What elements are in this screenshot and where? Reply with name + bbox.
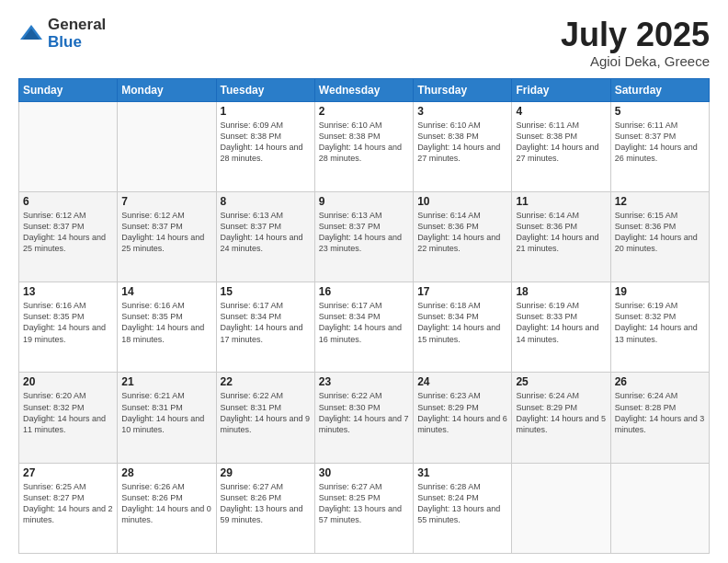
table-row: 6Sunrise: 6:12 AM Sunset: 8:37 PM Daylig… xyxy=(19,191,118,282)
col-monday: Monday xyxy=(118,78,216,101)
day-number: 1 xyxy=(221,105,311,118)
table-row: 9Sunrise: 6:13 AM Sunset: 8:37 PM Daylig… xyxy=(314,191,413,282)
table-row: 3Sunrise: 6:10 AM Sunset: 8:38 PM Daylig… xyxy=(414,101,512,191)
cell-info: Sunrise: 6:11 AM Sunset: 8:38 PM Dayligh… xyxy=(516,120,606,165)
table-row: 31Sunrise: 6:28 AM Sunset: 8:24 PM Dayli… xyxy=(414,463,512,553)
cell-info: Sunrise: 6:19 AM Sunset: 8:32 PM Dayligh… xyxy=(615,300,705,345)
day-number: 23 xyxy=(319,375,409,388)
day-number: 17 xyxy=(417,285,507,298)
cell-info: Sunrise: 6:22 AM Sunset: 8:31 PM Dayligh… xyxy=(221,390,311,435)
col-sunday: Sunday xyxy=(19,78,118,101)
cell-info: Sunrise: 6:24 AM Sunset: 8:29 PM Dayligh… xyxy=(516,390,606,435)
day-number: 11 xyxy=(516,195,606,208)
table-row xyxy=(19,101,118,191)
table-row: 17Sunrise: 6:18 AM Sunset: 8:34 PM Dayli… xyxy=(414,282,512,373)
cell-info: Sunrise: 6:15 AM Sunset: 8:36 PM Dayligh… xyxy=(615,210,705,255)
cell-info: Sunrise: 6:13 AM Sunset: 8:37 PM Dayligh… xyxy=(221,210,311,255)
calendar-header-row: Sunday Monday Tuesday Wednesday Thursday… xyxy=(19,78,710,101)
cell-info: Sunrise: 6:21 AM Sunset: 8:31 PM Dayligh… xyxy=(121,390,211,435)
table-row: 8Sunrise: 6:13 AM Sunset: 8:37 PM Daylig… xyxy=(216,191,314,282)
day-number: 10 xyxy=(417,195,507,208)
title-month: July 2025 xyxy=(561,17,710,53)
header: General Blue July 2025 Agioi Deka, Greec… xyxy=(18,17,710,69)
table-row: 15Sunrise: 6:17 AM Sunset: 8:34 PM Dayli… xyxy=(216,282,314,373)
logo-general: General xyxy=(48,17,106,34)
table-row: 28Sunrise: 6:26 AM Sunset: 8:26 PM Dayli… xyxy=(118,463,216,553)
cell-info: Sunrise: 6:27 AM Sunset: 8:26 PM Dayligh… xyxy=(221,481,311,526)
cell-info: Sunrise: 6:26 AM Sunset: 8:26 PM Dayligh… xyxy=(121,481,211,526)
table-row: 21Sunrise: 6:21 AM Sunset: 8:31 PM Dayli… xyxy=(118,373,216,463)
calendar-week-row: 1Sunrise: 6:09 AM Sunset: 8:38 PM Daylig… xyxy=(19,101,710,191)
calendar-week-row: 13Sunrise: 6:16 AM Sunset: 8:35 PM Dayli… xyxy=(19,282,710,373)
cell-info: Sunrise: 6:20 AM Sunset: 8:32 PM Dayligh… xyxy=(23,390,113,435)
title-block: July 2025 Agioi Deka, Greece xyxy=(561,17,710,69)
table-row: 18Sunrise: 6:19 AM Sunset: 8:33 PM Dayli… xyxy=(512,282,610,373)
day-number: 9 xyxy=(319,195,409,208)
day-number: 6 xyxy=(23,195,113,208)
cell-info: Sunrise: 6:16 AM Sunset: 8:35 PM Dayligh… xyxy=(121,300,211,345)
cell-info: Sunrise: 6:17 AM Sunset: 8:34 PM Dayligh… xyxy=(319,300,409,345)
table-row: 13Sunrise: 6:16 AM Sunset: 8:35 PM Dayli… xyxy=(19,282,118,373)
col-wednesday: Wednesday xyxy=(314,78,413,101)
cell-info: Sunrise: 6:10 AM Sunset: 8:38 PM Dayligh… xyxy=(417,120,507,165)
day-number: 30 xyxy=(319,466,409,479)
day-number: 3 xyxy=(417,105,507,118)
cell-info: Sunrise: 6:12 AM Sunset: 8:37 PM Dayligh… xyxy=(121,210,211,255)
table-row: 27Sunrise: 6:25 AM Sunset: 8:27 PM Dayli… xyxy=(19,463,118,553)
logo-text: General Blue xyxy=(48,17,106,51)
day-number: 12 xyxy=(615,195,705,208)
cell-info: Sunrise: 6:28 AM Sunset: 8:24 PM Dayligh… xyxy=(417,481,507,526)
day-number: 14 xyxy=(121,285,211,298)
table-row: 30Sunrise: 6:27 AM Sunset: 8:25 PM Dayli… xyxy=(314,463,413,553)
cell-info: Sunrise: 6:09 AM Sunset: 8:38 PM Dayligh… xyxy=(221,120,311,165)
day-number: 22 xyxy=(221,375,311,388)
table-row: 23Sunrise: 6:22 AM Sunset: 8:30 PM Dayli… xyxy=(314,373,413,463)
calendar-week-row: 6Sunrise: 6:12 AM Sunset: 8:37 PM Daylig… xyxy=(19,191,710,282)
cell-info: Sunrise: 6:27 AM Sunset: 8:25 PM Dayligh… xyxy=(319,481,409,526)
table-row: 14Sunrise: 6:16 AM Sunset: 8:35 PM Dayli… xyxy=(118,282,216,373)
cell-info: Sunrise: 6:13 AM Sunset: 8:37 PM Dayligh… xyxy=(319,210,409,255)
logo: General Blue xyxy=(18,17,106,51)
day-number: 29 xyxy=(221,466,311,479)
table-row: 22Sunrise: 6:22 AM Sunset: 8:31 PM Dayli… xyxy=(216,373,314,463)
logo-icon xyxy=(18,21,44,47)
calendar-table: Sunday Monday Tuesday Wednesday Thursday… xyxy=(18,78,710,554)
table-row: 25Sunrise: 6:24 AM Sunset: 8:29 PM Dayli… xyxy=(512,373,610,463)
day-number: 20 xyxy=(23,375,113,388)
cell-info: Sunrise: 6:24 AM Sunset: 8:28 PM Dayligh… xyxy=(615,390,705,435)
cell-info: Sunrise: 6:16 AM Sunset: 8:35 PM Dayligh… xyxy=(23,300,113,345)
col-tuesday: Tuesday xyxy=(216,78,314,101)
cell-info: Sunrise: 6:25 AM Sunset: 8:27 PM Dayligh… xyxy=(23,481,113,526)
table-row: 29Sunrise: 6:27 AM Sunset: 8:26 PM Dayli… xyxy=(216,463,314,553)
cell-info: Sunrise: 6:10 AM Sunset: 8:38 PM Dayligh… xyxy=(319,120,409,165)
cell-info: Sunrise: 6:11 AM Sunset: 8:37 PM Dayligh… xyxy=(615,120,705,165)
table-row xyxy=(512,463,610,553)
table-row: 7Sunrise: 6:12 AM Sunset: 8:37 PM Daylig… xyxy=(118,191,216,282)
cell-info: Sunrise: 6:19 AM Sunset: 8:33 PM Dayligh… xyxy=(516,300,606,345)
page: General Blue July 2025 Agioi Deka, Greec… xyxy=(0,0,728,563)
cell-info: Sunrise: 6:14 AM Sunset: 8:36 PM Dayligh… xyxy=(516,210,606,255)
day-number: 28 xyxy=(121,466,211,479)
day-number: 26 xyxy=(615,375,705,388)
day-number: 16 xyxy=(319,285,409,298)
logo-blue: Blue xyxy=(48,34,106,52)
col-friday: Friday xyxy=(512,78,610,101)
day-number: 2 xyxy=(319,105,409,118)
table-row: 24Sunrise: 6:23 AM Sunset: 8:29 PM Dayli… xyxy=(414,373,512,463)
day-number: 8 xyxy=(221,195,311,208)
day-number: 24 xyxy=(417,375,507,388)
day-number: 19 xyxy=(615,285,705,298)
calendar-week-row: 20Sunrise: 6:20 AM Sunset: 8:32 PM Dayli… xyxy=(19,373,710,463)
cell-info: Sunrise: 6:17 AM Sunset: 8:34 PM Dayligh… xyxy=(221,300,311,345)
cell-info: Sunrise: 6:18 AM Sunset: 8:34 PM Dayligh… xyxy=(417,300,507,345)
day-number: 31 xyxy=(417,466,507,479)
day-number: 25 xyxy=(516,375,606,388)
table-row: 1Sunrise: 6:09 AM Sunset: 8:38 PM Daylig… xyxy=(216,101,314,191)
cell-info: Sunrise: 6:22 AM Sunset: 8:30 PM Dayligh… xyxy=(319,390,409,435)
day-number: 13 xyxy=(23,285,113,298)
day-number: 18 xyxy=(516,285,606,298)
day-number: 5 xyxy=(615,105,705,118)
day-number: 4 xyxy=(516,105,606,118)
table-row: 2Sunrise: 6:10 AM Sunset: 8:38 PM Daylig… xyxy=(314,101,413,191)
table-row: 5Sunrise: 6:11 AM Sunset: 8:37 PM Daylig… xyxy=(610,101,709,191)
